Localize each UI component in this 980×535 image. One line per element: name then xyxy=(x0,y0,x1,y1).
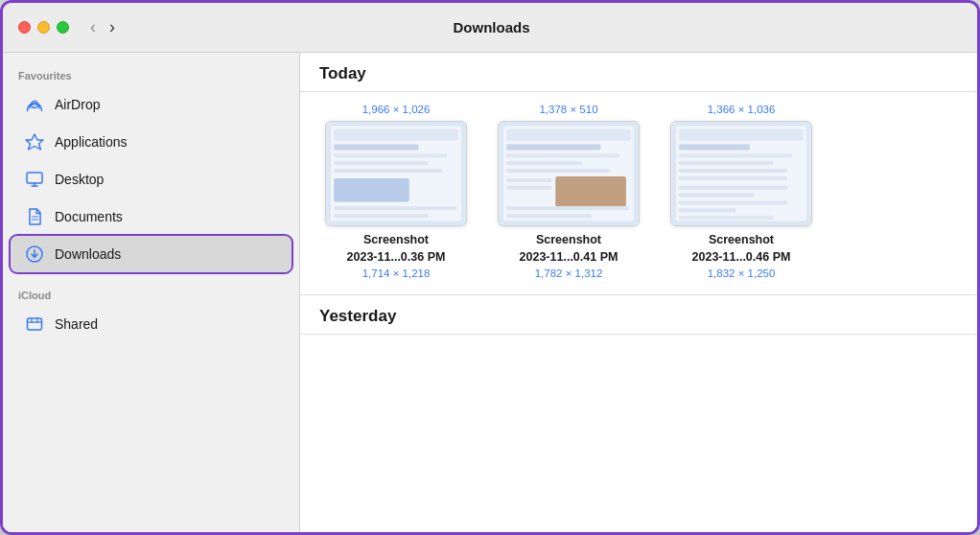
svg-rect-5 xyxy=(28,318,42,330)
window-title: Downloads xyxy=(21,19,962,35)
sidebar-item-applications[interactable]: Applications xyxy=(11,124,292,160)
main-content: Today 1,966 × 1,026 xyxy=(300,53,977,532)
file-dim-top-3: 1,366 × 1,036 xyxy=(708,104,776,115)
file-name-1: Screenshot2023-11...0.36 PM xyxy=(347,232,446,266)
svg-rect-35 xyxy=(679,176,787,180)
svg-rect-40 xyxy=(679,216,773,220)
file-thumbnail-2 xyxy=(498,121,640,226)
svg-rect-9 xyxy=(334,145,418,151)
svg-rect-13 xyxy=(334,178,409,202)
svg-rect-36 xyxy=(679,186,787,190)
file-name-2: Screenshot2023-11...0.41 PM xyxy=(520,232,618,266)
file-dim-bottom-3: 1,832 × 1,250 xyxy=(708,268,776,279)
svg-rect-10 xyxy=(334,153,447,157)
svg-rect-22 xyxy=(506,169,610,173)
svg-rect-27 xyxy=(506,214,591,218)
file-item[interactable]: 1,366 × 1,036 xyxy=(665,104,818,279)
downloads-icon xyxy=(24,244,45,265)
sidebar-item-documents-label: Documents xyxy=(55,209,123,224)
svg-rect-38 xyxy=(679,200,787,204)
svg-rect-14 xyxy=(334,206,456,210)
svg-rect-11 xyxy=(334,161,428,165)
sidebar-item-airdrop-label: AirDrop xyxy=(55,97,100,112)
svg-rect-18 xyxy=(506,129,631,141)
file-dim-bottom-2: 1,782 × 1,312 xyxy=(535,268,603,279)
svg-rect-20 xyxy=(506,153,619,157)
yesterday-section: Yesterday xyxy=(300,294,977,335)
documents-icon xyxy=(24,206,45,227)
files-grid: 1,966 × 1,026 xyxy=(300,92,977,294)
svg-rect-21 xyxy=(506,161,582,165)
file-thumbnail-3 xyxy=(670,121,812,226)
sidebar-item-applications-label: Applications xyxy=(55,134,128,150)
shared-icon xyxy=(24,314,45,335)
svg-rect-32 xyxy=(679,153,792,157)
desktop-icon xyxy=(24,169,45,190)
file-dim-top-1: 1,966 × 1,026 xyxy=(362,104,431,115)
file-dim-bottom-1: 1,714 × 1,218 xyxy=(362,268,431,279)
content-area: Favourites AirDrop xyxy=(3,53,977,532)
svg-rect-26 xyxy=(506,206,629,210)
sidebar-item-downloads-label: Downloads xyxy=(55,246,121,262)
titlebar: ‹ › Downloads xyxy=(3,3,977,53)
sidebar-item-downloads[interactable]: Downloads xyxy=(11,236,292,272)
file-name-3: Screenshot2023-11...0.46 PM xyxy=(692,232,791,266)
applications-icon xyxy=(24,131,45,152)
icloud-label: iCloud xyxy=(3,284,299,305)
sidebar-item-desktop[interactable]: Desktop xyxy=(11,161,292,198)
svg-rect-15 xyxy=(334,214,428,218)
airdrop-icon xyxy=(24,94,45,115)
favourites-label: Favourites xyxy=(3,64,299,85)
svg-rect-25 xyxy=(506,186,551,190)
svg-rect-37 xyxy=(679,194,755,198)
file-item[interactable]: 1,378 × 510 xyxy=(492,104,645,279)
today-section-header: Today xyxy=(300,53,977,92)
sidebar-item-shared[interactable]: Shared xyxy=(11,306,292,342)
svg-rect-39 xyxy=(679,208,735,212)
svg-rect-19 xyxy=(506,145,600,151)
file-thumbnail-1 xyxy=(325,121,467,226)
svg-rect-12 xyxy=(334,169,442,173)
svg-rect-24 xyxy=(506,178,551,182)
svg-rect-31 xyxy=(679,145,750,151)
yesterday-section-header: Yesterday xyxy=(300,295,977,335)
file-dim-top-2: 1,378 × 510 xyxy=(539,104,597,115)
svg-rect-34 xyxy=(679,169,787,173)
svg-rect-8 xyxy=(334,129,458,141)
sidebar-item-documents[interactable]: Documents xyxy=(11,198,292,235)
sidebar-item-airdrop[interactable]: AirDrop xyxy=(11,86,292,123)
svg-rect-33 xyxy=(679,161,773,165)
file-item[interactable]: 1,966 × 1,026 xyxy=(319,104,473,279)
finder-window: ‹ › Downloads Favourites AirDrop xyxy=(0,0,980,535)
sidebar: Favourites AirDrop xyxy=(3,53,300,532)
svg-rect-30 xyxy=(679,129,804,141)
sidebar-item-desktop-label: Desktop xyxy=(55,172,104,187)
sidebar-item-shared-label: Shared xyxy=(55,316,98,332)
svg-rect-23 xyxy=(555,176,626,206)
svg-rect-1 xyxy=(27,173,42,183)
